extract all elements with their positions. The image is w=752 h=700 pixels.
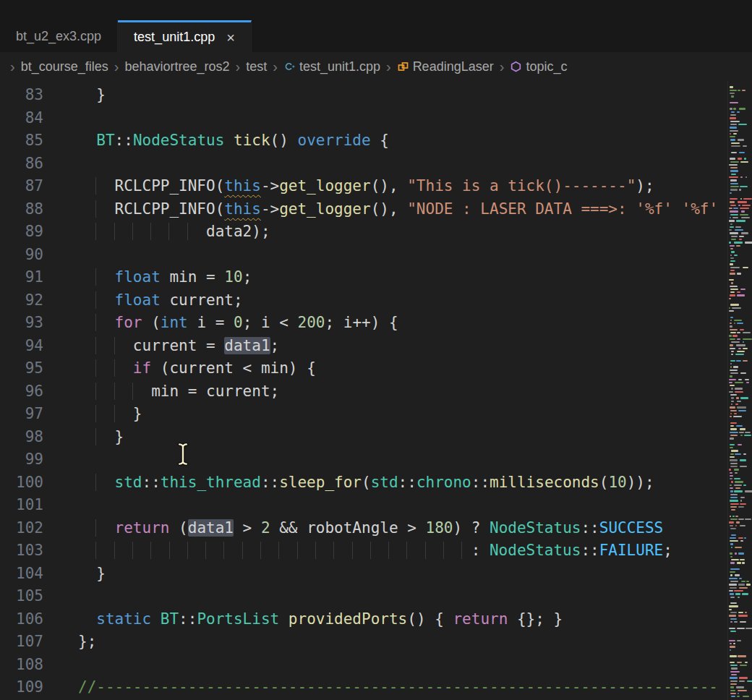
line-number[interactable]: 86: [0, 153, 78, 176]
line-number[interactable]: 88: [0, 198, 78, 221]
code-line-101[interactable]: 101: [0, 494, 752, 517]
code-line-content[interactable]: RCLCPP_INFO(this->get_logger(), "This is…: [78, 175, 752, 198]
code-line-89[interactable]: 89 data2);: [0, 221, 752, 244]
code-line-83[interactable]: 83 }: [0, 84, 752, 107]
code-line-106[interactable]: 106 static BT::PortsList providedPorts()…: [0, 608, 752, 631]
code-line-103[interactable]: 103 : NodeStatus::FAILURE;: [0, 539, 752, 563]
code-line-content[interactable]: [78, 107, 752, 130]
code-line-95[interactable]: 95 if (current < min) {: [0, 357, 752, 380]
code-line-content[interactable]: BT::NodeStatus tick() override {: [78, 129, 752, 153]
code-line-88[interactable]: 88 RCLCPP_INFO(this->get_logger(), "NODE…: [0, 198, 752, 221]
minimap-line: [730, 518, 738, 520]
code-line-content[interactable]: [78, 494, 752, 517]
code-line-90[interactable]: 90: [0, 244, 752, 267]
code-line-94[interactable]: 94 current = data1;: [0, 335, 752, 358]
line-number[interactable]: 101: [0, 494, 78, 517]
breadcrumb-item-readinglaser[interactable]: ReadingLaser: [397, 59, 494, 74]
code-line-content[interactable]: min = current;: [78, 380, 752, 404]
code-line-87[interactable]: 87 RCLCPP_INFO(this->get_logger(), "This…: [0, 175, 752, 198]
line-number[interactable]: 98: [0, 426, 78, 449]
line-number[interactable]: 94: [0, 335, 78, 358]
code-line-108[interactable]: 108: [0, 654, 752, 677]
code-line-107[interactable]: 107};: [0, 631, 752, 654]
code-line-content[interactable]: std::this_thread::sleep_for(std::chrono:…: [78, 471, 752, 495]
code-line-content[interactable]: float min = 10;: [78, 266, 752, 289]
line-number[interactable]: 93: [0, 312, 78, 335]
line-number[interactable]: 108: [0, 654, 78, 677]
breadcrumb-item-test-unit1-cpp[interactable]: test_unit1.cpp: [283, 59, 380, 74]
chevron-right-icon: ›: [500, 59, 505, 75]
code-line-content[interactable]: }: [78, 403, 752, 426]
line-number[interactable]: 97: [0, 403, 78, 426]
code-line-content[interactable]: : NodeStatus::FAILURE;: [78, 539, 752, 563]
line-number[interactable]: 105: [0, 585, 78, 608]
code-line-84[interactable]: 84: [0, 107, 752, 130]
line-number[interactable]: 95: [0, 357, 78, 380]
code-line-content[interactable]: return (data1 > 2 && robotAngle > 180) ?…: [78, 517, 752, 540]
code-line-93[interactable]: 93 for (int i = 0; i < 200; i++) {: [0, 312, 752, 335]
breadcrumb-item-behaviortree-ros2[interactable]: behaviortree_ros2: [124, 59, 229, 74]
line-number[interactable]: 109: [0, 676, 78, 699]
line-number[interactable]: 99: [0, 448, 78, 471]
line-number[interactable]: 102: [0, 517, 78, 540]
code-line-content[interactable]: if (current < min) {: [78, 357, 752, 380]
minimap-line: [731, 174, 736, 175]
code-line-content[interactable]: float current;: [78, 289, 752, 312]
tab-bt-u2-ex3-cpp[interactable]: bt_u2_ex3.cpp: [0, 20, 118, 52]
minimap-line: [730, 683, 737, 685]
minimap[interactable]: [727, 81, 752, 700]
line-number[interactable]: 91: [0, 266, 78, 289]
line-number[interactable]: 90: [0, 244, 78, 267]
code-line-content[interactable]: [78, 654, 752, 677]
line-number[interactable]: 107: [0, 631, 78, 654]
breadcrumb-item-test[interactable]: test: [246, 59, 267, 74]
code-line-92[interactable]: 92 float current;: [0, 289, 752, 312]
code-editor[interactable]: 83 }8485 BT::NodeStatus tick() override …: [0, 81, 752, 700]
code-line-content[interactable]: [78, 153, 752, 176]
code-line-97[interactable]: 97 }: [0, 403, 752, 426]
close-tab-icon[interactable]: ×: [226, 30, 235, 45]
line-number[interactable]: 106: [0, 608, 78, 631]
code-line-96[interactable]: 96 min = current;: [0, 380, 752, 404]
line-number[interactable]: 83: [0, 84, 78, 107]
code-line-content[interactable]: }: [78, 84, 752, 107]
breadcrumb-item-bt-course-files[interactable]: bt_course_files: [21, 59, 108, 74]
code-line-85[interactable]: 85 BT::NodeStatus tick() override {: [0, 129, 752, 153]
code-line-86[interactable]: 86: [0, 153, 752, 176]
minimap-line: [730, 372, 738, 374]
minimap-line: [737, 406, 746, 408]
code-line-content[interactable]: };: [78, 631, 752, 654]
code-line-99[interactable]: 99: [0, 448, 752, 471]
code-line-content[interactable]: [78, 244, 752, 267]
code-line-content[interactable]: }: [78, 426, 752, 449]
code-line-content[interactable]: }: [78, 563, 752, 586]
code-line-content[interactable]: data2);: [78, 221, 752, 244]
code-line-content[interactable]: //--------------------------------------…: [78, 676, 752, 699]
code-line-content[interactable]: [78, 448, 752, 471]
line-number[interactable]: 89: [0, 221, 78, 244]
line-number[interactable]: 104: [0, 563, 78, 586]
code-line-104[interactable]: 104 }: [0, 563, 752, 586]
code-line-109[interactable]: 109//-----------------------------------…: [0, 676, 752, 699]
line-number[interactable]: 87: [0, 175, 78, 198]
code-line-content[interactable]: RCLCPP_INFO(this->get_logger(), "NODE : …: [78, 198, 752, 221]
code-line-91[interactable]: 91 float min = 10;: [0, 266, 752, 289]
code-line-content[interactable]: current = data1;: [78, 335, 752, 358]
line-number[interactable]: 84: [0, 107, 78, 130]
breadcrumb-item-topic-c[interactable]: topic_c: [510, 59, 567, 74]
line-number[interactable]: 85: [0, 129, 78, 153]
code-line-100[interactable]: 100 std::this_thread::sleep_for(std::chr…: [0, 471, 752, 495]
tab-test-unit1-cpp[interactable]: test_unit1.cpp ×: [118, 20, 252, 52]
code-line-98[interactable]: 98 }: [0, 426, 752, 449]
line-number[interactable]: 96: [0, 380, 78, 404]
code-line-105[interactable]: 105: [0, 585, 752, 608]
minimap-line: [731, 351, 734, 352]
code-line-content[interactable]: static BT::PortsList providedPorts() { r…: [78, 608, 752, 631]
line-number[interactable]: 100: [0, 471, 78, 495]
minimap-line: [732, 516, 734, 517]
line-number[interactable]: 92: [0, 289, 78, 312]
code-line-content[interactable]: for (int i = 0; i < 200; i++) {: [78, 312, 752, 335]
code-line-102[interactable]: 102 return (data1 > 2 && robotAngle > 18…: [0, 517, 752, 540]
line-number[interactable]: 103: [0, 539, 78, 563]
code-line-content[interactable]: [78, 585, 752, 608]
